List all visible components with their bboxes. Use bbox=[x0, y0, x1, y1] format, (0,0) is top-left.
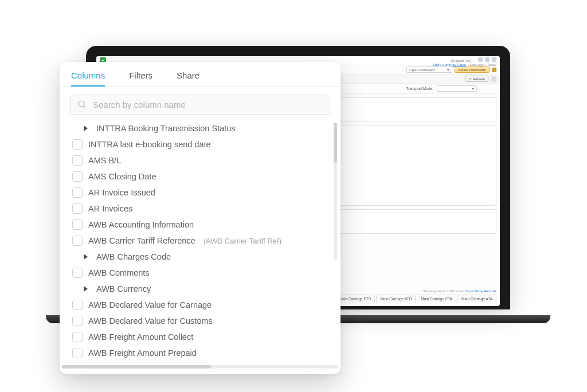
column-list-item[interactable]: AWB Accounting Information bbox=[71, 217, 330, 233]
column-list-item[interactable]: AWB Freight Amount Collect bbox=[71, 329, 330, 345]
column-item-label: AWB Freight Amount Prepaid bbox=[88, 348, 197, 358]
header-icon[interactable] bbox=[478, 57, 483, 62]
column-list-item[interactable]: AR Invoices bbox=[71, 201, 330, 217]
create-dashboard-label: Create Dashboard bbox=[458, 68, 486, 72]
tab-columns[interactable]: Columns bbox=[71, 71, 105, 87]
panel-tab-bar: Columns Filters Share bbox=[60, 62, 341, 87]
column-list-item[interactable]: AWB Declared Value for Customs bbox=[71, 313, 330, 329]
show-more-link[interactable]: Show More Records bbox=[465, 289, 496, 293]
last-login-label: Last login : Today bbox=[469, 63, 496, 66]
column-list-item[interactable]: AWB Currency bbox=[79, 281, 330, 297]
svg-marker-3 bbox=[84, 254, 88, 260]
vertical-scrollbar[interactable] bbox=[334, 123, 337, 260]
refresh-icon: ⟳ bbox=[469, 77, 472, 81]
search-icon bbox=[77, 100, 87, 109]
column-checkbox[interactable] bbox=[72, 203, 83, 214]
refresh-button[interactable]: ⟳ Refresh bbox=[465, 76, 488, 82]
column-item-label: AWB Carrier Tariff Reference bbox=[88, 236, 195, 245]
transport-mode-label: Transport Mode: bbox=[406, 87, 433, 91]
column-list-item[interactable]: AWB Charges Code bbox=[79, 249, 330, 265]
column-item-label: AWB Comments bbox=[88, 268, 150, 277]
svg-line-1 bbox=[84, 106, 86, 108]
refresh-label: Refresh bbox=[473, 77, 485, 81]
column-checkbox[interactable] bbox=[72, 139, 83, 150]
column-item-label: AWB Accounting Information bbox=[88, 220, 194, 229]
open-dashboard-select[interactable]: Open dashboard bbox=[406, 66, 452, 73]
column-list-item[interactable]: AMS B/L bbox=[71, 152, 330, 168]
tab-filters[interactable]: Filters bbox=[129, 71, 152, 86]
column-checkbox[interactable] bbox=[72, 332, 83, 342]
scrollbar-thumb[interactable] bbox=[334, 123, 337, 163]
header-icon-group bbox=[477, 58, 496, 62]
record-count-note: Showing the first 100 rows! bbox=[423, 289, 465, 293]
column-item-label: AWB Declared Value for Carriage bbox=[88, 300, 212, 309]
column-list-item[interactable]: AR Invoice Issued bbox=[71, 185, 330, 201]
column-list-item[interactable]: AMS Closing Date bbox=[71, 168, 330, 185]
scrollbar-thumb[interactable] bbox=[62, 365, 211, 369]
column-checkbox[interactable] bbox=[72, 316, 83, 326]
column-item-label: AMS B/L bbox=[88, 156, 121, 165]
column-search[interactable] bbox=[70, 95, 330, 115]
column-list-item[interactable]: INTTRA Booking Transmission Status bbox=[79, 120, 330, 136]
svg-point-0 bbox=[79, 101, 84, 107]
tab-share[interactable]: Share bbox=[177, 71, 199, 86]
column-checkbox[interactable] bbox=[72, 268, 83, 278]
column-list-item[interactable]: AWB Freight Amount Prepaid bbox=[71, 345, 330, 358]
transport-mode-select[interactable] bbox=[437, 85, 477, 92]
star-icon[interactable] bbox=[492, 68, 496, 72]
svg-marker-2 bbox=[84, 126, 88, 131]
column-item-label: AWB Freight Amount Collect bbox=[88, 332, 193, 342]
column-item-label: AR Invoices bbox=[88, 204, 132, 213]
header-icon[interactable] bbox=[492, 57, 496, 62]
open-dashboard-label: Open dashboard bbox=[409, 68, 435, 72]
column-search-input[interactable] bbox=[93, 100, 323, 109]
column-checkbox[interactable] bbox=[72, 187, 83, 198]
column-checkbox[interactable] bbox=[72, 171, 83, 182]
horizontal-scrollbar[interactable] bbox=[62, 365, 338, 369]
column-checkbox[interactable] bbox=[72, 155, 83, 166]
column-tab[interactable]: Main Carriage ATA bbox=[457, 295, 496, 303]
column-checkbox[interactable] bbox=[72, 236, 83, 246]
create-dashboard-button[interactable]: Create Dashboard bbox=[455, 66, 490, 73]
star-icon[interactable] bbox=[491, 76, 496, 82]
column-item-label: INTTRA last e-booking send date bbox=[88, 140, 211, 149]
column-picker-panel: Columns Filters Share INTTRA Booking Tra… bbox=[60, 62, 341, 374]
header-icon[interactable] bbox=[485, 57, 490, 62]
column-list: INTTRA Booking Transmission StatusINTTRA… bbox=[60, 119, 341, 364]
column-list-item[interactable]: AWB Comments bbox=[71, 265, 330, 281]
column-item-label: AWB Currency bbox=[96, 284, 151, 293]
column-item-label: AWB Declared Value for Customs bbox=[88, 316, 213, 326]
svg-marker-4 bbox=[84, 286, 88, 292]
column-item-label: AWB Charges Code bbox=[96, 252, 171, 261]
column-item-label: INTTRA Booking Transmission Status bbox=[96, 124, 236, 133]
column-item-label: AR Invoice Issued bbox=[88, 188, 155, 197]
column-item-label: AMS Closing Date bbox=[88, 172, 156, 181]
column-list-item[interactable]: AWB Declared Value for Carriage bbox=[71, 297, 330, 313]
expand-caret-icon[interactable] bbox=[80, 252, 91, 262]
column-tab[interactable]: Main Carriage ETA bbox=[417, 295, 456, 303]
expand-caret-icon[interactable] bbox=[80, 123, 91, 134]
expand-caret-icon[interactable] bbox=[80, 284, 91, 294]
column-checkbox[interactable] bbox=[72, 300, 83, 310]
column-item-sublabel: (AWB Carrier Tariff Ref) bbox=[204, 237, 281, 245]
column-list-item[interactable]: AWB Carrier Tariff Reference(AWB Carrier… bbox=[71, 233, 330, 249]
column-tab[interactable]: Main Carriage ATD bbox=[376, 295, 416, 303]
column-checkbox[interactable] bbox=[72, 348, 83, 358]
column-tab[interactable]: Main Carriage ETD bbox=[335, 295, 375, 303]
column-list-item[interactable]: INTTRA last e-booking send date bbox=[71, 136, 330, 152]
column-checkbox[interactable] bbox=[72, 219, 83, 230]
support-label: (Support Test) bbox=[451, 59, 473, 63]
